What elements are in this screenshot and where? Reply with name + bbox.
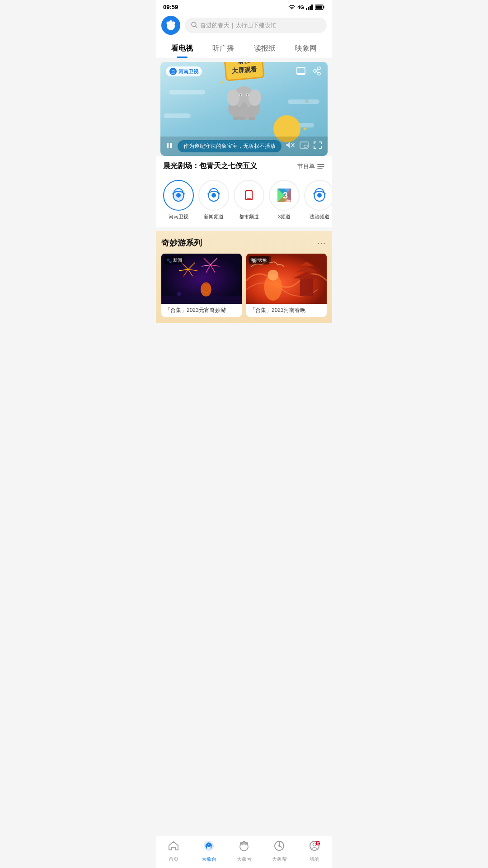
svg-rect-6 bbox=[316, 5, 322, 9]
badge-label-2: 大象 bbox=[258, 257, 267, 264]
paw-logo-icon bbox=[165, 19, 177, 31]
channel-item-fazhi[interactable]: 法治频道 bbox=[304, 180, 332, 220]
schedule-label: 节目单 bbox=[297, 162, 315, 170]
battery-icon bbox=[315, 5, 325, 10]
badge-icon-2: 🐘 bbox=[251, 258, 257, 263]
channel-label-dushi: 都市频道 bbox=[239, 213, 259, 220]
qimiaoyou-section: 奇妙游系列 ··· bbox=[156, 231, 332, 323]
video-player[interactable]: ✦ ✦ ✦ 请在大屏观看 bbox=[160, 62, 328, 156]
svg-point-14 bbox=[172, 22, 175, 24]
svg-rect-35 bbox=[167, 143, 169, 148]
henan-logo-icon bbox=[167, 184, 190, 207]
fazhi-logo-icon bbox=[308, 184, 331, 207]
network-type: 4G bbox=[297, 5, 304, 10]
channel-item-henan[interactable]: 河南卫视 bbox=[163, 180, 194, 220]
channel-label-ch3: 3频道 bbox=[278, 213, 291, 220]
content-card-1[interactable]: 🐾 新闻 「合集」2023元宵奇妙游 bbox=[161, 254, 242, 317]
svg-text:3: 3 bbox=[283, 190, 288, 200]
svg-point-19 bbox=[227, 90, 239, 106]
badge-icon-1: 🐾 bbox=[166, 258, 172, 263]
subtitle-text: 作为遵纪守法的象宝宝，无版权不播放 bbox=[178, 140, 282, 152]
ch3-logo-icon: 3 channel bbox=[273, 184, 296, 207]
close-button[interactable]: ✕ bbox=[304, 98, 310, 105]
mute-button[interactable] bbox=[286, 141, 295, 151]
signal-icon bbox=[306, 5, 313, 10]
tab-tv[interactable]: 看电视 bbox=[161, 38, 203, 58]
news-logo-icon bbox=[202, 184, 225, 207]
channel-item-dushi[interactable]: 都市频道 bbox=[234, 180, 264, 220]
video-bottom-bar: 作为遵纪守法的象宝宝，无版权不播放 bbox=[160, 137, 328, 156]
content-card-2[interactable]: 中原银行 🐘 大象 「合集」2023河南春晚 bbox=[246, 254, 327, 317]
sparkle-3: ✦ bbox=[302, 125, 308, 132]
pause-button[interactable] bbox=[166, 142, 173, 151]
svg-rect-28 bbox=[239, 117, 245, 120]
channel-label-henan: 河南卫视 bbox=[169, 213, 188, 220]
channel-label-news: 新闻频道 bbox=[204, 213, 224, 220]
svg-rect-36 bbox=[170, 143, 172, 148]
cast-button[interactable] bbox=[296, 66, 306, 78]
svg-point-58 bbox=[317, 193, 322, 198]
tab-newspaper[interactable]: 读报纸 bbox=[244, 38, 286, 58]
svg-point-32 bbox=[318, 67, 320, 70]
search-placeholder: 奋进的春天｜太行山下建设忙 bbox=[200, 21, 277, 29]
card-label-1: 「合集」2023元宵奇妙游 bbox=[161, 304, 242, 317]
svg-point-33 bbox=[318, 72, 320, 75]
header: 奋进的春天｜太行山下建设忙 bbox=[156, 12, 332, 38]
card-thumbnail-1: 🐾 新闻 bbox=[161, 254, 242, 304]
search-bar[interactable]: 奋进的春天｜太行山下建设忙 bbox=[185, 18, 327, 33]
channel-circle-fazhi bbox=[304, 180, 332, 211]
tab-yingxiang[interactable]: 映象网 bbox=[286, 38, 327, 58]
video-top-controls bbox=[296, 66, 322, 78]
dushi-logo-icon bbox=[238, 184, 260, 207]
video-extra-icons bbox=[286, 141, 309, 151]
pip-button[interactable] bbox=[300, 141, 309, 151]
svg-rect-1 bbox=[308, 7, 309, 10]
badge-label-1: 新闻 bbox=[173, 257, 182, 264]
card-badge-2: 🐘 大象 bbox=[249, 256, 269, 264]
section-header: 奇妙游系列 ··· bbox=[161, 237, 327, 248]
svg-point-12 bbox=[167, 22, 169, 24]
tab-radio[interactable]: 听广播 bbox=[203, 38, 244, 58]
svg-text:channel: channel bbox=[286, 199, 296, 203]
wifi-icon bbox=[288, 5, 296, 10]
svg-point-84 bbox=[267, 270, 278, 281]
card-label-2: 「合集」2023河南春晚 bbox=[246, 304, 327, 317]
channel-list: 河南卫视 新闻频道 bbox=[156, 176, 332, 227]
channel-item-news[interactable]: 新闻频道 bbox=[198, 180, 229, 220]
channel-circle-henan bbox=[163, 180, 194, 211]
svg-point-20 bbox=[249, 90, 261, 106]
app-logo[interactable] bbox=[161, 16, 180, 35]
channel-label-fazhi: 法治频道 bbox=[310, 213, 329, 220]
svg-rect-27 bbox=[249, 117, 255, 120]
svg-point-24 bbox=[247, 94, 248, 96]
svg-rect-76 bbox=[161, 296, 242, 304]
channel-item-ch3[interactable]: 3 channel 3频道 bbox=[269, 180, 300, 220]
channel-name: 河南卫视 bbox=[178, 68, 198, 75]
elephant-area: 请在大屏观看 bbox=[221, 62, 267, 120]
schedule-button[interactable]: 节目单 bbox=[297, 162, 325, 170]
svg-rect-25 bbox=[233, 117, 239, 120]
status-icons: 4G bbox=[288, 5, 325, 10]
svg-point-48 bbox=[211, 193, 216, 198]
channel-logo-icon: 卫 bbox=[169, 68, 177, 75]
program-info: 晨光剧场：包青天之七侠五义 节目单 bbox=[156, 156, 332, 176]
card-badge-1: 🐾 新闻 bbox=[164, 256, 184, 264]
channel-circle-dushi bbox=[234, 180, 264, 211]
svg-point-74 bbox=[201, 283, 211, 297]
section-title: 奇妙游系列 bbox=[161, 237, 202, 248]
svg-rect-3 bbox=[311, 5, 313, 10]
program-title: 晨光剧场：包青天之七侠五义 bbox=[163, 161, 257, 171]
status-time: 09:59 bbox=[163, 4, 178, 10]
fullscreen-button[interactable] bbox=[313, 141, 322, 151]
share-button[interactable] bbox=[312, 66, 322, 78]
svg-point-77 bbox=[177, 292, 182, 296]
svg-rect-79 bbox=[300, 278, 314, 297]
section-more-button[interactable]: ··· bbox=[317, 238, 327, 248]
svg-rect-75 bbox=[205, 283, 207, 284]
svg-point-46 bbox=[176, 193, 181, 198]
elephant-icon bbox=[221, 81, 267, 120]
channel-circle-ch3: 3 channel bbox=[269, 180, 300, 211]
schedule-icon bbox=[317, 163, 325, 170]
sign-box: 请在大屏观看 bbox=[223, 62, 264, 81]
svg-rect-31 bbox=[297, 67, 305, 74]
